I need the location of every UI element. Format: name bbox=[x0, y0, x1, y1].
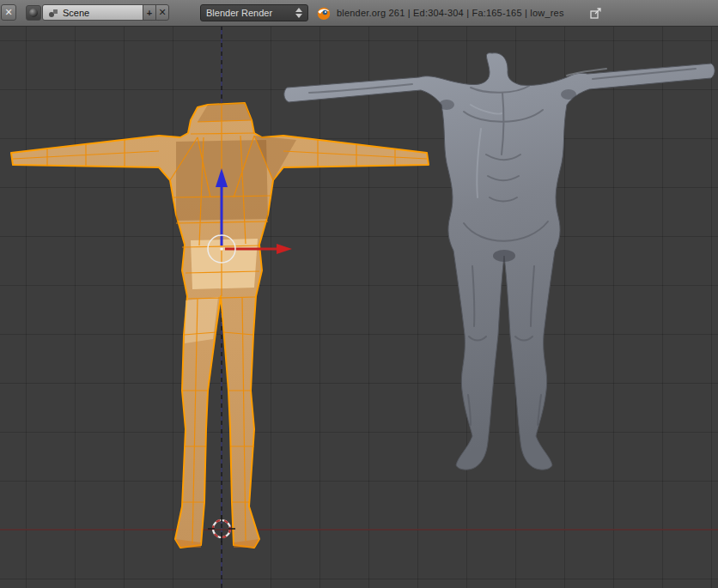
low-poly-mesh[interactable] bbox=[11, 103, 429, 548]
blender-window: ✕ Scene + ✕ Blender Render blender. bbox=[0, 0, 718, 588]
render-engine-value: Blender Render bbox=[206, 8, 295, 18]
high-poly-mesh[interactable] bbox=[284, 53, 715, 470]
blender-logo-icon bbox=[316, 5, 332, 21]
close-icon: ✕ bbox=[4, 7, 12, 18]
add-scene-button[interactable]: + bbox=[143, 4, 156, 21]
unlink-scene-button[interactable]: ✕ bbox=[155, 4, 169, 21]
render-engine-dropdown[interactable]: Blender Render bbox=[200, 4, 308, 21]
dropdown-arrows-icon bbox=[295, 8, 302, 18]
editor-type-icon bbox=[29, 9, 38, 17]
editor-type-button[interactable] bbox=[26, 5, 41, 21]
scene-icon bbox=[48, 8, 58, 18]
3d-viewport[interactable] bbox=[0, 26, 718, 588]
scene-selector[interactable]: Scene bbox=[42, 4, 143, 21]
scene-name: Scene bbox=[63, 8, 89, 18]
close-editor-button[interactable]: ✕ bbox=[1, 4, 16, 21]
status-info-text: blender.org 261 | Ed:304-304 | Fa:165-16… bbox=[337, 0, 564, 26]
new-window-icon[interactable] bbox=[588, 5, 604, 21]
info-header: ✕ Scene + ✕ Blender Render blender. bbox=[0, 0, 718, 27]
